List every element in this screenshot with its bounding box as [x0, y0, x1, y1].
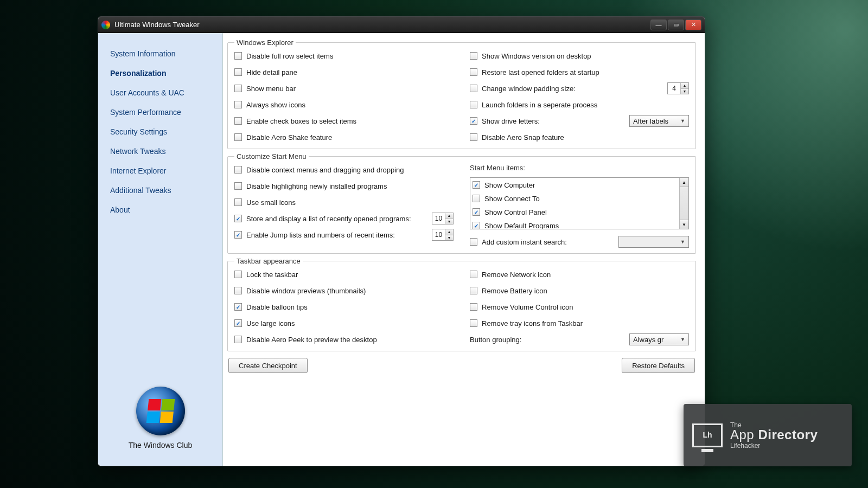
- badge-title-light: App: [730, 427, 754, 442]
- listbox-scrollbar[interactable]: ▲ ▼: [679, 178, 688, 229]
- checkbox[interactable]: [473, 222, 480, 229]
- option-label: Remove tray icons from Taskbar: [482, 319, 583, 328]
- checkbox[interactable]: [234, 133, 242, 141]
- checkbox[interactable]: [234, 336, 242, 343]
- option-label: Store and display a list of recently ope…: [246, 215, 427, 223]
- button-grouping-combo[interactable]: Always gr▼: [629, 333, 689, 345]
- checkbox[interactable]: [234, 319, 242, 327]
- checkbox[interactable]: [234, 231, 242, 239]
- checkbox[interactable]: [470, 117, 477, 125]
- option-label: Disable balloon tips: [246, 303, 308, 311]
- checkbox[interactable]: [470, 85, 477, 92]
- option-label: Show menu bar: [246, 85, 296, 93]
- titlebar[interactable]: Ultimate Windows Tweaker — ▭ ✕: [98, 17, 705, 33]
- checkbox[interactable]: [470, 52, 477, 60]
- checkbox[interactable]: [234, 68, 242, 76]
- monitor-icon: Lh: [692, 423, 723, 447]
- scroll-down-icon[interactable]: ▼: [680, 220, 688, 229]
- sidebar-item-security-settings[interactable]: Security Settings: [98, 122, 222, 142]
- checkbox[interactable]: [470, 287, 477, 294]
- jump-lists-spinner[interactable]: 10 ▲▼: [432, 229, 454, 241]
- option-label: Show drive letters:: [482, 117, 625, 125]
- sidebar: System Information Personalization User …: [98, 33, 223, 466]
- option-label: Remove Volume Control icon: [482, 303, 573, 311]
- checkbox[interactable]: [473, 181, 480, 189]
- checkbox[interactable]: [234, 287, 242, 294]
- badge-title-bold: Directory: [758, 427, 818, 442]
- custom-search-combo[interactable]: ▼: [618, 236, 689, 248]
- sidebar-item-internet-explorer[interactable]: Internet Explorer: [98, 161, 222, 181]
- checkbox[interactable]: [470, 303, 477, 311]
- sidebar-item-personalization[interactable]: Personalization: [98, 63, 222, 83]
- restore-defaults-button[interactable]: Restore Defaults: [622, 358, 695, 373]
- checkbox[interactable]: [234, 198, 242, 206]
- badge-subtitle: Lifehacker: [730, 442, 818, 449]
- option-label: Disable context menus and dragging and d…: [246, 166, 404, 174]
- app-icon: [101, 21, 110, 29]
- option-label: Disable highlighting newly installed pro…: [246, 182, 387, 190]
- checkbox[interactable]: [470, 101, 477, 108]
- chevron-down-icon: ▼: [680, 118, 685, 124]
- option-label: Use large icons: [246, 319, 295, 328]
- checkbox[interactable]: [234, 166, 242, 174]
- checkbox[interactable]: [473, 208, 480, 216]
- checkbox[interactable]: [470, 271, 477, 278]
- option-label: Button grouping:: [470, 336, 625, 344]
- option-label: Add custom instant search:: [482, 238, 614, 246]
- sidebar-item-system-information[interactable]: System Information: [98, 44, 222, 63]
- sidebar-item-system-performance[interactable]: System Performance: [98, 102, 222, 122]
- sidebar-item-network-tweaks[interactable]: Network Tweaks: [98, 142, 222, 161]
- option-label: Always show icons: [246, 101, 305, 109]
- spinner-up-icon[interactable]: ▲: [445, 229, 453, 235]
- chevron-down-icon: ▼: [680, 239, 685, 245]
- option-label: Remove Battery icon: [482, 287, 547, 295]
- maximize-button[interactable]: ▭: [668, 20, 684, 30]
- checkbox[interactable]: [234, 215, 242, 222]
- spinner-down-icon[interactable]: ▼: [445, 235, 453, 241]
- spinner-down-icon[interactable]: ▼: [445, 219, 453, 224]
- checkbox[interactable]: [234, 101, 242, 108]
- checkbox[interactable]: [234, 303, 242, 311]
- spinner-up-icon[interactable]: ▲: [445, 213, 453, 219]
- group-legend: Taskbar appearance: [234, 257, 303, 265]
- scroll-up-icon[interactable]: ▲: [680, 178, 688, 187]
- chevron-down-icon: ▼: [680, 337, 685, 342]
- checkbox[interactable]: [470, 319, 477, 327]
- recent-programs-spinner[interactable]: 10 ▲▼: [432, 213, 454, 224]
- checkbox[interactable]: [234, 52, 242, 60]
- sidebar-item-about[interactable]: About: [98, 200, 222, 220]
- sidebar-item-user-accounts-uac[interactable]: User Accounts & UAC: [98, 83, 222, 102]
- group-taskbar: Taskbar appearance Lock the taskbar Disa…: [227, 257, 696, 351]
- option-label: Enable Jump lists and numbers of recent …: [246, 231, 427, 239]
- option-label: Remove Network icon: [482, 271, 551, 279]
- list-item-label: Show Default Programs: [484, 222, 559, 229]
- checkbox[interactable]: [234, 182, 242, 190]
- drive-letters-combo[interactable]: After labels▼: [629, 115, 689, 127]
- option-label: Disable Aero Peek to preview the desktop: [246, 336, 377, 344]
- list-item-label: Show Connect To: [484, 195, 540, 203]
- badge-prefix: The: [730, 421, 742, 429]
- start-menu-items-listbox[interactable]: Show Computer Show Connect To Show Contr…: [470, 177, 689, 229]
- checkbox[interactable]: [470, 238, 477, 246]
- option-label: Disable window previews (thumbnails): [246, 287, 366, 295]
- sidebar-item-additional-tweaks[interactable]: Additional Tweaks: [98, 181, 222, 200]
- spinner-up-icon[interactable]: ▲: [681, 83, 688, 89]
- option-label: Launch folders in a seperate process: [482, 101, 597, 109]
- option-label: Enable check boxes to select items: [246, 117, 356, 125]
- padding-size-spinner[interactable]: 4 ▲▼: [667, 82, 689, 94]
- checkbox[interactable]: [234, 271, 242, 278]
- list-item-label: Show Control Panel: [484, 208, 547, 216]
- checkbox[interactable]: [470, 68, 477, 76]
- close-button[interactable]: ✕: [685, 20, 701, 30]
- option-label: Disable full row select items: [246, 52, 333, 60]
- checkbox[interactable]: [470, 133, 477, 141]
- window-title: Ultimate Windows Tweaker: [114, 21, 650, 29]
- checkbox[interactable]: [473, 195, 480, 202]
- minimize-button[interactable]: —: [650, 20, 667, 30]
- create-checkpoint-button[interactable]: Create Checkpoint: [228, 358, 308, 373]
- checkbox[interactable]: [234, 85, 242, 92]
- option-label: Use small icons: [246, 198, 296, 207]
- spinner-down-icon[interactable]: ▼: [681, 89, 688, 94]
- checkbox[interactable]: [234, 117, 242, 125]
- option-label: Show Windows version on desktop: [482, 52, 591, 60]
